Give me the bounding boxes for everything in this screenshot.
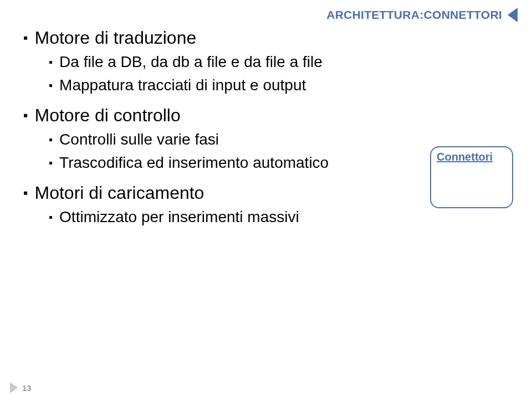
list-item: ▪ Mappatura tracciati di input e output [49, 75, 416, 95]
list-item-label: Trascodifica ed inserimento automatico [59, 153, 416, 173]
page-indicator: 13 [10, 382, 32, 393]
bullet-icon: ▪ [49, 75, 53, 95]
slide: ARCHITETTURA:CONNETTORI ▪ Motore di trad… [0, 0, 532, 401]
page-number: 13 [22, 383, 32, 393]
triangle-icon [10, 382, 18, 393]
slide-header: ARCHITETTURA:CONNETTORI [326, 8, 518, 22]
list-item: ▪ Motore di controllo ▪ Controlli sulle … [23, 104, 416, 176]
tag-label: Connettori [437, 151, 493, 163]
bullet-icon: ▪ [23, 27, 28, 49]
bullet-icon: ▪ [23, 104, 28, 126]
sub-list: ▪ Ottimizzato per inserimenti massivi [49, 207, 416, 230]
list-item-label: Motore di traduzione [35, 27, 416, 49]
content-area: ▪ Motore di traduzione ▪ Da file a DB, d… [23, 27, 416, 236]
list-item-label: Controlli sulle varie fasi [59, 130, 416, 150]
pointer-icon [508, 8, 518, 22]
list-item: ▪ Motori di caricamento ▪ Ottimizzato pe… [23, 182, 416, 230]
list-item: ▪ Motore di traduzione ▪ Da file a DB, d… [23, 27, 416, 99]
list-item-label: Ottimizzato per inserimenti massivi [59, 207, 416, 227]
list-item: ▪ Controlli sulle varie fasi [49, 130, 416, 150]
sub-list: ▪ Controlli sulle varie fasi ▪ Trascodif… [49, 130, 416, 176]
list-item: ▪ Trascodifica ed inserimento automatico [49, 153, 416, 173]
bullet-list: ▪ Motore di traduzione ▪ Da file a DB, d… [23, 27, 416, 230]
tag-box: Connettori [430, 146, 513, 208]
list-item: ▪ Ottimizzato per inserimenti massivi [49, 207, 416, 227]
list-item-label: Motori di caricamento [35, 182, 416, 204]
sub-list: ▪ Da file a DB, da db a file e da file a… [49, 52, 416, 99]
bullet-icon: ▪ [49, 207, 53, 227]
bullet-icon: ▪ [49, 130, 53, 150]
bullet-icon: ▪ [23, 182, 28, 204]
list-item-label: Da file a DB, da db a file e da file a f… [59, 52, 416, 72]
list-item-label: Motore di controllo [35, 104, 416, 126]
list-item: ▪ Da file a DB, da db a file e da file a… [49, 52, 416, 72]
bullet-icon: ▪ [49, 153, 53, 173]
bullet-icon: ▪ [49, 52, 53, 72]
list-item-label: Mappatura tracciati di input e output [59, 75, 416, 95]
header-title: ARCHITETTURA:CONNETTORI [326, 8, 502, 22]
